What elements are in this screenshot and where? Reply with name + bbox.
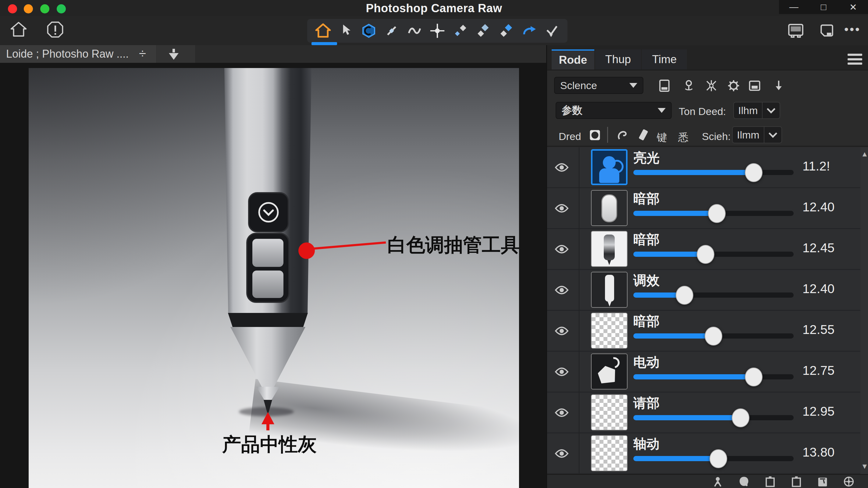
tool-hexagon-overlay-icon[interactable] <box>359 21 378 40</box>
chevron-down-icon <box>762 103 780 118</box>
adjustment-row-8: 轴动 13.80 <box>547 433 860 473</box>
clipboard-icon[interactable] <box>790 476 803 488</box>
visibility-eye-icon[interactable] <box>554 243 569 255</box>
tool-brush-icon[interactable] <box>473 21 493 40</box>
mask-bar-label: Dred <box>559 131 581 142</box>
adjustment-row-6: 电动 12.75 <box>547 352 860 392</box>
mask-thumbnail-person[interactable] <box>591 149 627 185</box>
box-icon[interactable] <box>816 476 829 488</box>
adjustment-slider[interactable] <box>633 328 794 344</box>
panel-icon[interactable] <box>748 79 762 93</box>
tone-value-dropdown[interactable]: Ilhm <box>733 102 780 119</box>
adjustment-row-5: 暗部 12.55 <box>547 311 860 351</box>
adjustment-slider[interactable] <box>633 410 794 426</box>
mask-glyph-b[interactable]: 悉 <box>678 131 688 145</box>
eraser-icon[interactable] <box>636 127 651 142</box>
snap-icon[interactable] <box>704 79 718 93</box>
image-canvas: 白色调抽管工具 产品中性灰 <box>0 63 546 488</box>
visibility-eye-icon[interactable] <box>554 407 569 419</box>
neutral-gray-label: 产品中性灰 <box>221 432 318 457</box>
tool-home-icon[interactable] <box>313 21 333 40</box>
adjustment-value: 12.75 <box>803 363 835 378</box>
tab-thup[interactable]: Thup <box>595 50 641 69</box>
adjustment-slider[interactable] <box>633 205 794 221</box>
param-dropdown[interactable]: 参数 <box>556 102 672 119</box>
brush-hook-icon[interactable] <box>615 127 630 142</box>
header-toolbar-row: ••• <box>0 16 868 45</box>
globe-icon[interactable] <box>843 476 855 488</box>
tool-spot-heal-icon[interactable] <box>382 21 401 40</box>
chevron-down-icon <box>764 127 781 143</box>
panel-scrollbar[interactable]: ▲ ▼ <box>860 147 868 474</box>
callout-label: 白色调抽管工具 <box>388 232 519 258</box>
tool-cursor-icon[interactable] <box>336 21 356 40</box>
adjustment-row-7: 请部 12.95 <box>547 393 860 432</box>
adjustments-panel: Rode Thup Time Sclence <box>546 45 868 488</box>
adjustment-slider[interactable] <box>633 164 794 180</box>
visibility-eye-icon[interactable] <box>554 284 569 296</box>
camera-raw-window: Photoshop Camera Raw — □ ✕ <box>0 0 868 488</box>
minimize-button[interactable]: — <box>783 2 805 12</box>
clipboard-icon[interactable] <box>764 476 776 488</box>
tool-brush-small-icon[interactable] <box>451 21 470 40</box>
photo-preview[interactable]: 白色调抽管工具 产品中性灰 <box>29 68 519 488</box>
visibility-eye-icon[interactable] <box>554 325 569 337</box>
tool-target-move-icon[interactable] <box>428 21 447 40</box>
mask-thumbnail-checker[interactable] <box>591 435 627 471</box>
mask-thumbnail-checker[interactable] <box>591 313 627 349</box>
home-icon[interactable] <box>9 20 28 39</box>
preset-dropdown[interactable]: Sclence <box>554 77 643 94</box>
tool-check-arrow-icon[interactable] <box>542 21 561 40</box>
chevron-down-icon <box>658 108 665 113</box>
download-arrow-icon[interactable] <box>164 48 183 60</box>
alert-icon[interactable] <box>46 20 65 39</box>
person-icon[interactable] <box>712 476 724 488</box>
adjustment-slider[interactable] <box>633 246 794 262</box>
scroll-down-icon[interactable]: ▼ <box>860 462 868 470</box>
tab-time[interactable]: Time <box>642 50 687 69</box>
scroll-up-icon[interactable]: ▲ <box>860 150 868 158</box>
gear-icon[interactable] <box>726 79 741 93</box>
breadcrumb[interactable]: Loide ; Photosho Raw .... <box>6 48 129 60</box>
visibility-eye-icon[interactable] <box>554 448 569 460</box>
mask-thumbnail-pill[interactable] <box>591 190 627 226</box>
adjustment-slider[interactable] <box>633 369 794 384</box>
mask-glyph-a[interactable]: 键 <box>657 131 667 145</box>
tool-redo-arrow-icon[interactable] <box>519 21 538 40</box>
tab-rode[interactable]: Rode <box>552 50 594 69</box>
adjustment-value: 12.55 <box>803 322 835 337</box>
visibility-eye-icon[interactable] <box>554 161 569 174</box>
mask-thumbnail-stylus-dark[interactable] <box>591 272 627 308</box>
visibility-eye-icon[interactable] <box>554 202 569 214</box>
maximize-button[interactable]: □ <box>813 2 834 12</box>
adjustment-row-3: 暗部 12.45 <box>547 229 860 269</box>
mask-thumbnail-brush[interactable] <box>591 353 627 390</box>
scieh-value-dropdown[interactable]: Ilmm <box>732 126 782 143</box>
adjustment-value: 12.95 <box>803 404 835 419</box>
pin-icon[interactable] <box>682 79 696 93</box>
download-icon[interactable] <box>772 79 786 93</box>
tool-brush-blue-icon[interactable] <box>496 21 516 40</box>
visibility-eye-icon[interactable] <box>554 366 569 378</box>
blob-icon[interactable] <box>738 476 750 488</box>
more-options-button[interactable]: ••• <box>844 23 861 36</box>
panel-menu-icon[interactable] <box>847 54 862 65</box>
red-annotations <box>29 68 519 488</box>
mask-square-icon[interactable] <box>588 128 602 142</box>
divide-icon[interactable]: ÷ <box>139 46 146 61</box>
workspace-icon[interactable] <box>786 22 805 40</box>
close-button[interactable]: ✕ <box>842 2 864 12</box>
adjustment-value: 11.2! <box>803 159 830 174</box>
tool-curve-icon[interactable] <box>405 21 424 40</box>
tool-strip <box>307 19 567 43</box>
divider <box>547 146 868 147</box>
adjustment-value: 12.45 <box>803 241 835 255</box>
duplicate-icon[interactable] <box>818 22 836 40</box>
adjustment-slider[interactable] <box>633 451 794 466</box>
frame-icon[interactable] <box>657 79 672 93</box>
mask-thumbnail-stylus[interactable] <box>591 231 627 267</box>
mask-thumbnail-checker[interactable] <box>591 394 627 430</box>
scieh-value: Ilmm <box>733 127 764 143</box>
adjustment-slider[interactable] <box>633 287 794 303</box>
divider <box>547 69 868 70</box>
